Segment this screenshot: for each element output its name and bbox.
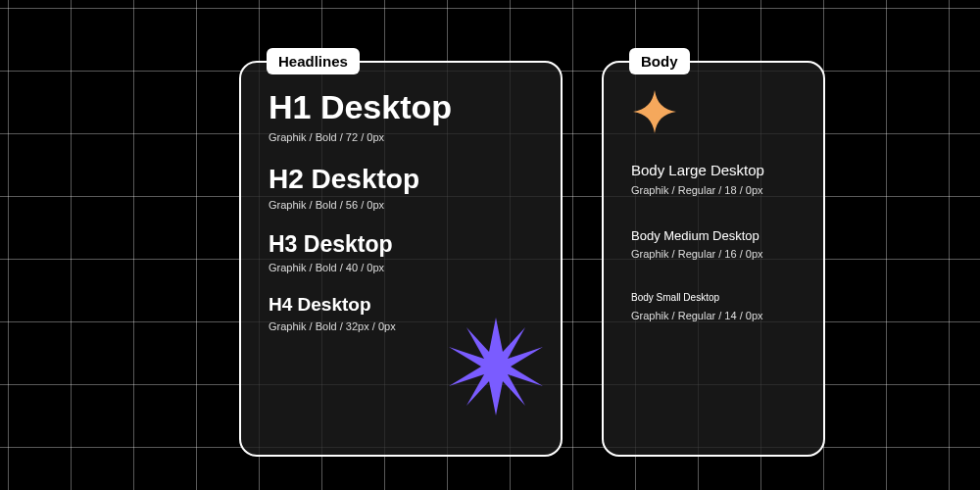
type-title: H3 Desktop — [269, 232, 533, 256]
type-title: Body Large Desktop — [631, 163, 796, 178]
svg-marker-0 — [449, 318, 543, 416]
type-row-body-large: Body Large Desktop Graphik / Regular / 1… — [631, 163, 796, 196]
type-row-h3: H3 Desktop Graphik / Bold / 40 / 0px — [269, 232, 533, 273]
type-spec: Graphik / Bold / 56 / 0px — [269, 199, 533, 211]
type-title: H1 Desktop — [269, 90, 533, 125]
type-title: Body Medium Desktop — [631, 229, 796, 243]
panel-headlines: Headlines H1 Desktop Graphik / Bold / 72… — [239, 61, 563, 457]
type-spec: Graphik / Bold / 72 / 0px — [269, 131, 533, 143]
type-spec: Graphik / Regular / 18 / 0px — [631, 184, 796, 196]
type-title: Body Small Desktop — [631, 293, 796, 304]
type-row-h1: H1 Desktop Graphik / Bold / 72 / 0px — [269, 90, 533, 143]
panel-tab-headlines: Headlines — [267, 48, 360, 74]
type-spec: Graphik / Regular / 14 / 0px — [631, 310, 796, 321]
type-spec: Graphik / Bold / 40 / 0px — [269, 262, 533, 273]
panel-body: Body Body Large Desktop Graphik / Regula… — [602, 61, 825, 457]
starburst-icon — [447, 318, 545, 416]
panel-tab-body: Body — [629, 48, 690, 74]
type-row-h2: H2 Desktop Graphik / Bold / 56 / 0px — [269, 165, 533, 211]
type-title: H4 Desktop — [269, 295, 533, 315]
sparkle-icon — [633, 90, 676, 133]
type-spec: Graphik / Regular / 16 / 0px — [631, 248, 796, 260]
type-row-body-medium: Body Medium Desktop Graphik / Regular / … — [631, 229, 796, 261]
type-title: H2 Desktop — [269, 165, 533, 193]
type-row-body-small: Body Small Desktop Graphik / Regular / 1… — [631, 293, 796, 321]
